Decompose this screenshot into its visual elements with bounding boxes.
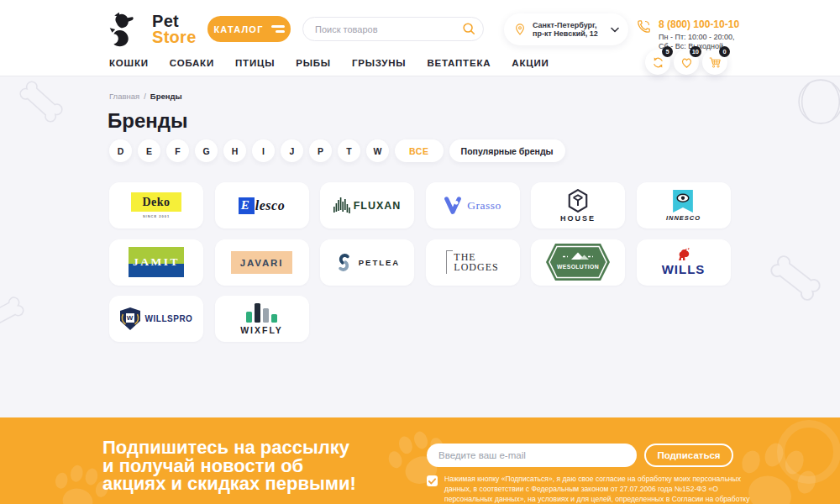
cart-badge: 0 xyxy=(719,46,730,57)
the-lodges-logo: THE LODGES xyxy=(446,250,498,275)
logo[interactable]: Pet Store xyxy=(108,11,197,48)
brand-card-wesolution[interactable]: WESOLUTION xyxy=(531,239,625,286)
catalog-button-label: КАТАЛОГ xyxy=(213,24,263,34)
filter-all-button[interactable]: ВСЕ xyxy=(395,139,444,162)
letter-filter-w[interactable]: W xyxy=(366,139,389,162)
circle-decoration xyxy=(777,420,840,484)
brand-card-wills[interactable]: WILLS xyxy=(637,239,731,286)
consent-text: Нажимая кнопку «Подписаться», я даю свое… xyxy=(444,475,766,504)
wills-logo: WILLS xyxy=(662,248,706,276)
nav-item-vet[interactable]: ВЕТАПТЕКА xyxy=(427,58,491,68)
nav-item-dogs[interactable]: СОБАКИ xyxy=(170,58,214,68)
compare-button[interactable]: 5 xyxy=(645,50,670,75)
compare-badge: 5 xyxy=(662,46,673,57)
location-pin-icon xyxy=(513,22,527,37)
brand-card-the-lodges[interactable]: THE LODGES xyxy=(426,239,520,286)
petstore-logo-icon xyxy=(108,11,144,48)
page-title: Бренды xyxy=(108,109,187,133)
check-icon xyxy=(428,478,436,485)
jamit-logo: JAMIT xyxy=(129,247,184,277)
bone-decoration xyxy=(0,289,31,339)
brand-card-innesco[interactable]: INNESCO xyxy=(637,182,731,228)
filter-popular-button[interactable]: Популярные бренды xyxy=(449,139,565,162)
brand-card-elesco[interactable]: Elesco xyxy=(215,182,309,228)
nav-item-cats[interactable]: КОШКИ xyxy=(109,58,149,68)
subscribe-button[interactable]: Подписаться xyxy=(644,444,733,467)
brand-card-fluxan[interactable]: FLUXAN xyxy=(320,182,414,228)
search xyxy=(302,17,484,41)
house-hexcube-icon xyxy=(567,189,589,213)
brand-card-deko[interactable]: Deko SINCE 2001 xyxy=(109,182,203,228)
willspro-logo: W WILLSPRO xyxy=(120,307,193,330)
brand-card-jamit[interactable]: JAMIT xyxy=(109,239,203,286)
breadcrumb: Главная/Бренды xyxy=(109,92,182,101)
email-input[interactable] xyxy=(427,444,637,467)
wixfly-logo: WIXFLY xyxy=(240,303,283,335)
brand-card-wixfly[interactable]: WIXFLY xyxy=(215,296,309,342)
nav-item-fish[interactable]: РЫБЫ xyxy=(296,58,331,68)
breadcrumb-home[interactable]: Главная xyxy=(109,92,139,101)
phone-icon xyxy=(636,18,652,34)
newsletter-heading: Подпишитесь на рассылку и получай новост… xyxy=(102,438,356,493)
grasso-mark-icon xyxy=(444,197,462,215)
brand-card-grasso[interactable]: Grasso xyxy=(426,182,520,228)
nav-item-rodents[interactable]: ГРЫЗУНЫ xyxy=(352,58,407,68)
location-selector[interactable]: Санкт-Петербург, пр-кт Невский, 12 xyxy=(504,13,628,45)
fluxan-logo: FLUXAN xyxy=(333,197,402,215)
letter-filter-d[interactable]: D xyxy=(109,139,132,162)
page: Pet Store КАТАЛОГ Санкт-Петербург, пр-кт… xyxy=(0,0,840,504)
letter-filter-f[interactable]: F xyxy=(166,139,189,162)
cart-button[interactable]: 0 xyxy=(702,50,727,75)
quick-actions: 5 10 0 xyxy=(645,50,727,75)
logo-text: Pet Store xyxy=(152,13,197,45)
brand-card-javari[interactable]: JAVARI xyxy=(215,239,309,286)
search-icon[interactable] xyxy=(461,21,476,36)
brand-card-petlea[interactable]: PETLEA xyxy=(320,239,414,286)
letter-filter-p[interactable]: P xyxy=(309,139,332,162)
letter-filter-e[interactable]: E xyxy=(138,139,160,162)
favorites-badge: 10 xyxy=(690,46,701,57)
elesco-logo: Elesco xyxy=(239,197,285,214)
letter-filter-t[interactable]: T xyxy=(338,139,360,162)
letter-filter-h[interactable]: H xyxy=(223,139,246,162)
brand-card-house[interactable]: HOUSE xyxy=(531,182,625,228)
bone-decoration xyxy=(11,72,71,131)
chevron-down-icon xyxy=(611,27,619,33)
petlea-logo: PETLEA xyxy=(334,253,400,272)
hamburger-icon xyxy=(271,25,285,33)
nav-item-sales[interactable]: АКЦИИ xyxy=(512,58,549,68)
wills-lion-icon xyxy=(675,248,692,261)
house-logo: HOUSE xyxy=(560,189,596,223)
heart-icon xyxy=(680,55,694,70)
brands-grid: Deko SINCE 2001 Elesco FLUXAN Grasso HOU… xyxy=(109,182,731,342)
alphabet-filter: D E F G H I J P T W ВСЕ Популярные бренд… xyxy=(109,139,565,162)
innesco-logo: INNESCO xyxy=(666,190,701,222)
letter-filter-g[interactable]: G xyxy=(195,139,218,162)
catalog-button[interactable]: КАТАЛОГ xyxy=(207,16,291,42)
letter-filter-j[interactable]: J xyxy=(281,139,303,162)
search-input[interactable] xyxy=(302,17,484,41)
location-text: Санкт-Петербург, пр-кт Невский, 12 xyxy=(533,21,605,39)
javari-logo: JAVARI xyxy=(231,251,292,274)
wesolution-badge-icon xyxy=(546,244,610,281)
deko-logo: Deko xyxy=(131,192,181,212)
main-nav: КОШКИ СОБАКИ ПТИЦЫ РЫБЫ ГРЫЗУНЫ ВЕТАПТЕК… xyxy=(109,58,549,68)
petlea-swirl-icon xyxy=(334,253,354,272)
brand-card-willspro[interactable]: W WILLSPRO xyxy=(109,296,203,342)
breadcrumb-current: Бренды xyxy=(150,92,182,101)
letter-filter-i[interactable]: I xyxy=(252,139,275,162)
grasso-logo: Grasso xyxy=(444,197,501,215)
consent-row: Нажимая кнопку «Подписаться», я даю свое… xyxy=(427,475,766,504)
bone-decoration xyxy=(761,246,829,310)
phone-number[interactable]: 8 (800) 100-10-10 xyxy=(659,18,739,30)
fluxan-waveform-icon xyxy=(333,197,350,215)
wesolution-logo: WESOLUTION xyxy=(546,244,610,281)
nav-item-birds[interactable]: ПТИЦЫ xyxy=(235,58,275,68)
compare-icon xyxy=(651,55,665,70)
consent-checkbox[interactable] xyxy=(427,475,438,486)
tennis-ball-decoration xyxy=(796,77,840,126)
favorites-button[interactable]: 10 xyxy=(674,50,699,75)
wixfly-bars-icon xyxy=(246,303,277,323)
cart-icon xyxy=(708,55,722,70)
header: Pet Store КАТАЛОГ Санкт-Петербург, пр-кт… xyxy=(0,0,840,76)
